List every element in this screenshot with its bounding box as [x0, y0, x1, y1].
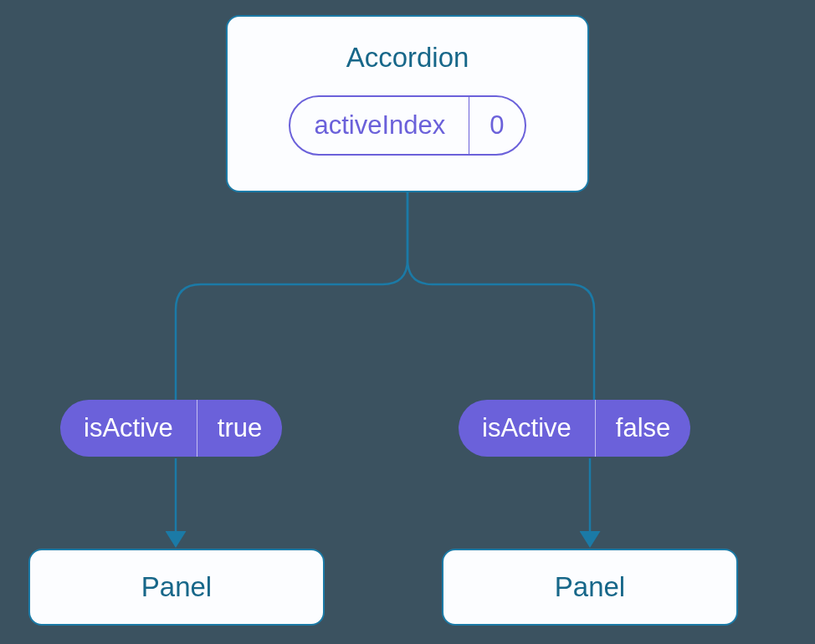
state-value-label: 0 — [469, 97, 524, 154]
prop-pill-isactive-right: isActive false — [459, 400, 690, 457]
panel-component-box-right: Panel — [442, 549, 738, 626]
accordion-component-box: Accordion activeIndex 0 — [226, 15, 589, 192]
state-pill-activeindex: activeIndex 0 — [289, 95, 525, 156]
panel-title: Panel — [555, 571, 625, 603]
prop-name-label: isActive — [459, 400, 596, 457]
panel-component-box-left: Panel — [28, 549, 325, 626]
prop-pill-isactive-left: isActive true — [60, 400, 282, 457]
accordion-title: Accordion — [346, 42, 469, 74]
prop-value-label: true — [197, 400, 282, 457]
panel-title: Panel — [141, 571, 212, 603]
prop-value-label: false — [596, 400, 690, 457]
prop-name-label: isActive — [60, 400, 197, 457]
state-name-label: activeIndex — [290, 97, 469, 154]
